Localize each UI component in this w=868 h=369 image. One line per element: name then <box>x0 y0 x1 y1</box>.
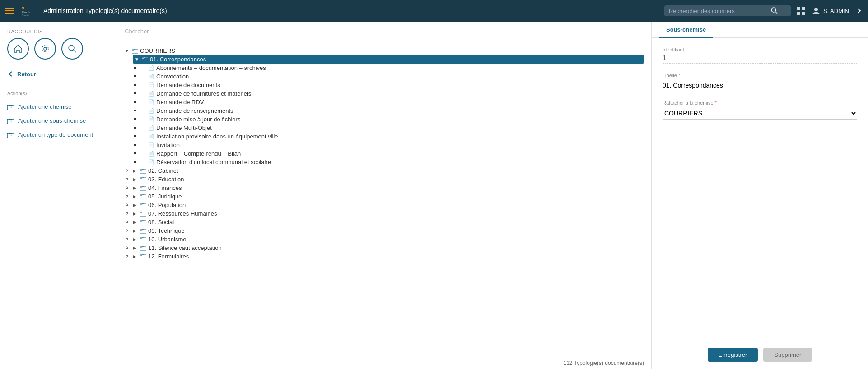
spacer-icon-4 <box>141 91 146 96</box>
tree-label-demande-rens: Demande de renseignements <box>156 107 233 114</box>
doc-icon-4: 📄 <box>148 91 154 97</box>
folder-finances-icon <box>140 185 146 191</box>
shortcut-settings[interactable] <box>34 38 56 60</box>
tree-label-silence: 11. Silence vaut acceptation <box>148 244 222 251</box>
tree-item-demande-rdv[interactable]: 📄Demande de RDV <box>141 98 644 106</box>
shortcuts <box>0 38 117 67</box>
tree-label-demande-multi: Demande Multi-Objet <box>156 125 212 131</box>
list-item: ▶03. Education <box>133 175 644 184</box>
libelle-input[interactable] <box>663 80 857 91</box>
tree-item-invitation[interactable]: 📄Invitation <box>141 141 644 149</box>
list-item: 📄Demande mise à jour de fichiers <box>141 115 644 124</box>
exp-juridique: ▶ <box>133 194 138 199</box>
back-button[interactable]: Retour <box>0 67 117 85</box>
list-item: 📄Rapport – Compte-rendu – Bilan <box>141 149 644 158</box>
tree-item-installation[interactable]: 📄Installation provisoire dans un équipem… <box>141 132 644 141</box>
tree-item-demande-docs[interactable]: 📄Demande de documents <box>141 81 644 89</box>
tree-item-reservation[interactable]: 📄Réservation d'un local communal et scol… <box>141 158 644 166</box>
tree-root: ▼ COURRIERS ▼ <box>125 46 644 261</box>
save-button[interactable]: Enregistrer <box>708 348 758 362</box>
tree-label-demande-fournitures: Demande de fournitures et matériels <box>156 90 251 97</box>
shortcut-search[interactable] <box>61 38 83 60</box>
search-input[interactable] <box>669 8 768 14</box>
folder-technique-icon <box>140 228 146 234</box>
right-panel: Sous-chemise Identifiant 1 Libellé Ratta… <box>651 22 868 369</box>
search-icon <box>771 7 778 14</box>
tree-item-education[interactable]: ▶03. Education <box>133 175 644 184</box>
status-bar: 112 Typologie(s) documentaire(s) <box>117 357 651 369</box>
list-item: 📄Convocation <box>141 72 644 81</box>
add-folder-action[interactable]: + Ajouter une chemise <box>0 100 117 114</box>
add-doctype-action[interactable]: + Ajouter un type de document <box>0 128 117 142</box>
add-subfolder-action[interactable]: + Ajouter une sous-chemise <box>0 114 117 128</box>
node-correspondances: ▼ 01. Correspondances 📄Abonnements – doc… <box>133 55 644 166</box>
tree-item-convocation[interactable]: 📄Convocation <box>141 72 644 81</box>
list-item: ▶06. Population <box>133 201 644 209</box>
tree-item-cabinet[interactable]: ▶02. Cabinet <box>133 166 644 175</box>
tree-item-demande-rens[interactable]: 📄Demande de renseignements <box>141 106 644 115</box>
tree-item-rapport[interactable]: 📄Rapport – Compte-rendu – Bilan <box>141 149 644 158</box>
svg-rect-9 <box>802 12 805 15</box>
tree-item-demande-maj[interactable]: 📄Demande mise à jour de fichiers <box>141 115 644 124</box>
folder-social-icon <box>140 220 146 225</box>
hamburger-menu[interactable] <box>5 8 14 14</box>
back-label: Retour <box>17 71 36 78</box>
doc-icon-7: 📄 <box>148 116 154 122</box>
tab-sous-chemise[interactable]: Sous-chemise <box>659 22 713 38</box>
user-menu[interactable]: S. ADMIN <box>812 6 849 15</box>
field-group-libelle: Libellé <box>663 73 857 91</box>
tree-label-juridique: 05. Juridique <box>148 193 182 200</box>
tree-item-correspondances[interactable]: ▼ 01. Correspondances <box>133 55 644 64</box>
shortcut-home[interactable] <box>7 38 29 60</box>
tree-item-silence[interactable]: ▶11. Silence vaut acceptation <box>133 244 644 252</box>
list-item: ▶12. Formulaires <box>133 252 644 261</box>
tree-item-technique[interactable]: ▶09. Technique <box>133 226 644 235</box>
exp-silence: ▶ <box>133 245 138 250</box>
tree-search-input[interactable] <box>125 26 644 37</box>
main-layout: Raccourcis <box>0 22 868 369</box>
tree-item-demande-multi[interactable]: 📄Demande Multi-Objet <box>141 124 644 132</box>
spacer-icon-10 <box>141 143 146 148</box>
tree-item-abonnements[interactable]: 📄Abonnements – documentation – archives <box>141 64 644 72</box>
list-item: ▶09. Technique <box>133 226 644 235</box>
tree-item-juridique[interactable]: ▶05. Juridique <box>133 192 644 201</box>
expand-icon-root: ▼ <box>125 48 130 53</box>
tree-item-rh[interactable]: ▶07. Ressources Humaines <box>133 209 644 218</box>
doc-icon-9: 📄 <box>148 134 154 139</box>
rattacher-select[interactable]: COURRIERS <box>663 107 857 120</box>
add-folder-label: Ajouter une chemise <box>18 103 72 110</box>
folder-juridique-icon <box>140 194 146 199</box>
tree-search-bar[interactable] <box>117 22 651 42</box>
folder-icon-correspondances <box>142 57 148 62</box>
tree-item-social[interactable]: ▶08. Social <box>133 218 644 226</box>
grid-icon[interactable] <box>796 6 805 15</box>
back-arrow-icon <box>7 70 14 78</box>
list-item: 📄Demande de fournitures et matériels <box>141 89 644 98</box>
shortcuts-label: Raccourcis <box>0 29 117 38</box>
tree-item-finances[interactable]: ▶04. Finances <box>133 184 644 192</box>
tree-item-urbanisme[interactable]: ▶10. Urbanisme <box>133 235 644 244</box>
exp-social: ▶ <box>133 220 138 225</box>
spacer-icon-3 <box>141 83 146 88</box>
tree-item-root[interactable]: ▼ COURRIERS <box>125 46 644 55</box>
field-group-rattacher: Rattacher à la chemise COURRIERS <box>663 100 857 120</box>
svg-rect-8 <box>797 12 800 15</box>
chevron-right-icon[interactable] <box>855 7 863 14</box>
doc-icon-1: 📄 <box>148 65 154 71</box>
exp-rh: ▶ <box>133 211 138 216</box>
spacer-icon-8 <box>141 125 146 130</box>
list-item: 📄Abonnements – documentation – archives <box>141 64 644 72</box>
tree-item-population[interactable]: ▶06. Population <box>133 201 644 209</box>
search-shortcut-icon <box>68 44 77 53</box>
svg-text:M: M <box>22 6 24 9</box>
tree-item-formulaires[interactable]: ▶12. Formulaires <box>133 252 644 261</box>
tree-item-demande-fournitures[interactable]: 📄Demande de fournitures et matériels <box>141 89 644 98</box>
search-bar[interactable] <box>664 5 791 16</box>
list-item: 📄Demande de RDV <box>141 98 644 106</box>
add-subfolder-icon: + <box>7 118 14 124</box>
field-group-id: Identifiant 1 <box>663 47 857 64</box>
svg-point-12 <box>42 46 48 52</box>
tree-label-convocation: Convocation <box>156 73 189 80</box>
tree-label-abonnements: Abonnements – documentation – archives <box>156 65 266 71</box>
tree-label-education: 03. Education <box>148 176 184 183</box>
